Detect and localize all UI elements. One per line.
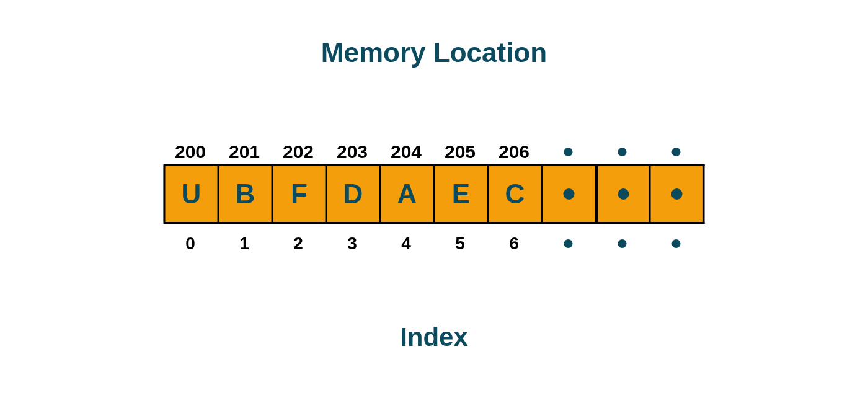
address-label: 204 (379, 140, 433, 164)
array-diagram: 200 201 202 203 204 205 206 U B F D A E … (164, 140, 705, 256)
address-label: 200 (164, 140, 218, 164)
index-label: 6 (487, 231, 541, 256)
index-label: 1 (218, 231, 272, 256)
array-cell: A (379, 166, 433, 222)
array-cell-ellipsis (595, 166, 649, 222)
index-label: 0 (164, 231, 218, 256)
dot-icon (618, 188, 629, 200)
dot-icon (618, 148, 626, 156)
index-label: 4 (379, 231, 433, 256)
dot-icon (671, 148, 680, 156)
title-index: Index (0, 322, 868, 352)
array-cell: B (218, 166, 272, 222)
array-cell: E (433, 166, 487, 222)
index-ellipsis (541, 231, 595, 256)
array-cell: C (487, 166, 541, 222)
address-label: 205 (433, 140, 487, 164)
dot-icon (564, 148, 572, 156)
address-label: 203 (326, 140, 379, 164)
index-ellipsis (595, 231, 649, 256)
title-memory-location: Memory Location (0, 37, 868, 68)
array-cell-ellipsis (649, 166, 703, 222)
array-cell: D (326, 166, 379, 222)
index-row: 0 1 2 3 4 5 6 (164, 231, 705, 256)
address-ellipsis (649, 140, 703, 164)
dot-icon (618, 239, 626, 248)
index-label: 2 (272, 231, 326, 256)
index-ellipsis (649, 231, 703, 256)
address-row: 200 201 202 203 204 205 206 (164, 140, 705, 164)
array-cell: U (164, 166, 218, 222)
address-label: 201 (218, 140, 272, 164)
array-cell-ellipsis (541, 166, 595, 222)
dot-icon (671, 239, 680, 248)
address-ellipsis (541, 140, 595, 164)
dot-icon (564, 188, 575, 200)
dot-icon (564, 239, 572, 248)
index-label: 3 (326, 231, 379, 256)
index-label: 5 (433, 231, 487, 256)
address-ellipsis (595, 140, 649, 164)
address-label: 206 (487, 140, 541, 164)
array-cell: F (272, 166, 326, 222)
cells-row: U B F D A E C (164, 164, 705, 224)
dot-icon (671, 188, 683, 200)
address-label: 202 (272, 140, 326, 164)
